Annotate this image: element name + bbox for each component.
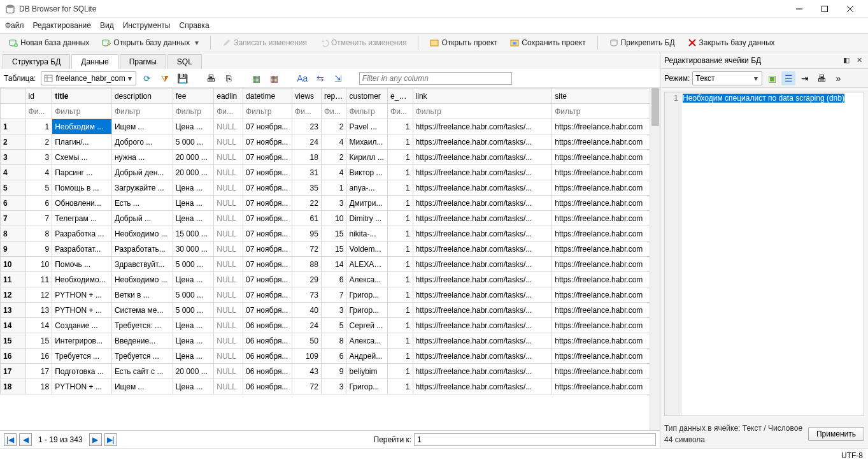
col-customer[interactable]: customer — [346, 89, 388, 104]
table-row[interactable]: 1212PYTHON + ...Ветки в ...5 000 ...NULL… — [1, 287, 660, 303]
filter-deadline[interactable] — [214, 105, 243, 119]
export-icon: ⇲ — [334, 74, 342, 83]
text-mode-button[interactable]: ☰ — [781, 71, 795, 85]
global-filter[interactable] — [359, 72, 512, 85]
table-selector[interactable]: freelance_habr_com ▾ — [41, 71, 136, 85]
mode-selector[interactable]: Текст ▾ — [692, 71, 762, 85]
filter-enum[interactable] — [388, 105, 413, 119]
filter-site[interactable] — [552, 105, 659, 119]
filter-id[interactable] — [26, 105, 52, 119]
apply-button[interactable]: Применить — [808, 427, 864, 441]
menu-help[interactable]: Справка — [179, 21, 209, 30]
col-site[interactable]: site — [552, 89, 660, 104]
refresh-button[interactable]: ⟳ — [140, 71, 154, 85]
filter-title[interactable] — [52, 105, 111, 119]
filter-datetime[interactable] — [243, 105, 292, 119]
table-row[interactable]: 1414Создание ...Требуется: ...Цена ...NU… — [1, 318, 660, 333]
tab-structure[interactable]: Структура БД — [3, 54, 70, 69]
table-row[interactable]: 66Обновлени...Есть ...Цена ...NULL07 ноя… — [1, 196, 660, 211]
text-icon: ☰ — [785, 74, 793, 83]
vertical-scrollbar[interactable] — [650, 88, 660, 430]
menu-view[interactable]: Вид — [100, 21, 114, 30]
filter-views[interactable] — [292, 105, 321, 119]
table-row[interactable]: 11Необходим ...Ищем ...Цена ...NULL07 но… — [1, 119, 660, 134]
cell-editor[interactable]: 1 Необходим специалист по data scraping … — [664, 92, 864, 416]
close-db-button[interactable]: Закрыть базу данных — [683, 36, 780, 49]
save-filter-button[interactable]: 💾 — [176, 71, 190, 85]
tab-pragmas[interactable]: Прагмы — [120, 54, 166, 69]
more-button[interactable]: » — [831, 71, 845, 85]
col-description[interactable]: description — [111, 89, 173, 104]
add-row-button[interactable]: ▦ — [250, 71, 264, 85]
col-id[interactable]: id — [25, 89, 52, 104]
col-replies[interactable]: replies — [321, 89, 346, 104]
open-db-button[interactable]: Открыть базу данных▾ — [97, 36, 204, 49]
svg-rect-10 — [430, 40, 438, 46]
replace-button[interactable]: ⇆ — [313, 71, 327, 85]
attach-db-button[interactable]: Прикрепить БД — [604, 36, 680, 49]
filter-description[interactable] — [112, 105, 173, 119]
nav-first[interactable]: |◀ — [4, 433, 17, 446]
table-row[interactable]: 1313PYTHON + ...Система ме...5 000 ...NU… — [1, 303, 660, 318]
col-datetime[interactable]: datetime — [243, 89, 292, 104]
col-title[interactable]: title — [52, 89, 112, 104]
close-button[interactable] — [837, 0, 863, 18]
table-row[interactable]: 99Разработат...Разработать...30 000 ...N… — [1, 242, 660, 257]
table-row[interactable]: 1717Подготовка ...Есть сайт с ...20 000 … — [1, 364, 660, 379]
menu-edit[interactable]: Редактирование — [33, 21, 91, 30]
col-link[interactable]: link — [413, 89, 552, 104]
filter-customer[interactable] — [346, 105, 387, 119]
nav-next[interactable]: ▶ — [89, 433, 102, 446]
print-button[interactable]: 🖶 — [204, 71, 218, 85]
delete-row-button[interactable]: ▦ — [267, 71, 281, 85]
save-project-button[interactable]: Сохранить проект — [505, 36, 590, 49]
find-button[interactable]: Aa — [295, 71, 309, 85]
table-row[interactable]: 22Плагин/...Доброго ...5 000 ...NULL07 н… — [1, 134, 660, 150]
col-enum[interactable]: e_nun — [388, 89, 413, 104]
col-deadline[interactable]: eadlin — [214, 89, 243, 104]
refresh-icon: ⟳ — [143, 74, 151, 83]
indent-button[interactable]: ⇥ — [798, 71, 812, 85]
global-filter-input[interactable] — [359, 72, 512, 85]
table-row[interactable]: 1515Интегриров...Введение...Цена ...NULL… — [1, 333, 660, 349]
cell-text[interactable]: Необходим специалист по data scraping (d… — [683, 94, 844, 103]
table-row[interactable]: 1616Требуется ...Требуется ...Цена ...NU… — [1, 349, 660, 364]
export-button[interactable]: ⇲ — [331, 71, 345, 85]
filter-fee[interactable] — [173, 105, 214, 119]
tab-data[interactable]: Данные — [71, 54, 118, 69]
menu-tools[interactable]: Инструменты — [123, 21, 171, 30]
copy-button[interactable]: ⎘ — [222, 71, 236, 85]
image-mode-button[interactable]: ▣ — [765, 71, 779, 85]
tab-sql[interactable]: SQL — [167, 54, 202, 69]
table-row[interactable]: 1111Необходимо...Необходимо ...Цена ...N… — [1, 272, 660, 287]
clear-filters-button[interactable]: ⧩ — [158, 71, 172, 85]
filter-link[interactable] — [413, 105, 552, 119]
nav-prev[interactable]: ◀ — [19, 433, 32, 446]
maximize-button[interactable] — [812, 0, 837, 18]
write-changes-button[interactable]: Записать изменения — [217, 36, 312, 49]
undock-button[interactable]: ◧ — [841, 55, 851, 66]
table-row[interactable]: 1818PYTHON + ...Ищем ...Цена ...NULL06 н… — [1, 379, 660, 394]
table-row[interactable]: 55Помощь в ...Загружайте ...Цена ...NULL… — [1, 180, 660, 196]
col-fee[interactable]: fee — [173, 89, 214, 104]
titlebar: DB Browser for SQLite — [0, 0, 868, 18]
minimize-button[interactable] — [786, 0, 812, 18]
table-row[interactable]: 33Схемы ...нужна ...20 000 ...NULL07 ноя… — [1, 150, 660, 165]
print-icon: 🖶 — [206, 74, 215, 83]
print-cell-button[interactable]: 🖶 — [815, 71, 829, 85]
table-row[interactable]: 1010Помочь ...Здравствуйт...5 000 ...NUL… — [1, 257, 660, 272]
revert-changes-button[interactable]: Отменить изменения — [315, 36, 411, 49]
nav-last[interactable]: ▶| — [104, 433, 117, 446]
goto-input[interactable] — [414, 433, 656, 446]
new-db-button[interactable]: Новая база данных — [4, 36, 94, 49]
open-project-button[interactable]: Открыть проект — [425, 36, 502, 49]
menu-file[interactable]: Файл — [5, 21, 24, 30]
table-row[interactable]: 44Парсинг ...Добрый ден...20 000 ...NULL… — [1, 165, 660, 180]
project-open-icon — [430, 38, 439, 47]
panel-close-button[interactable]: ✕ — [854, 55, 864, 66]
table-row[interactable]: 77Телеграм ...Добрый ...Цена ...NULL07 н… — [1, 211, 660, 226]
table-row[interactable]: 88Разработка ...Необходимо ...15 000 ...… — [1, 226, 660, 242]
col-views[interactable]: views — [292, 89, 322, 104]
filter-replies[interactable] — [322, 105, 346, 119]
data-grid[interactable]: id title description fee eadlin datetime… — [0, 88, 660, 430]
